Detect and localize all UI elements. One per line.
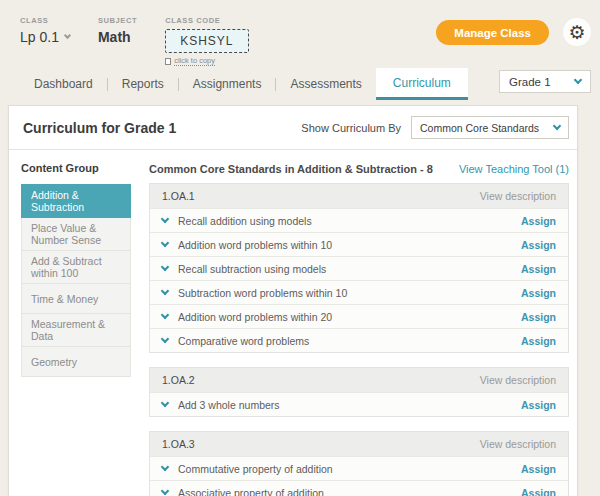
skill-label: Recall addition using models <box>178 215 521 227</box>
class-header: CLASS Lp 0.1 SUBJECT Math CLASS CODE KSH… <box>0 0 600 68</box>
copy-icon <box>165 58 171 65</box>
skill-label: Add 3 whole numbers <box>178 399 521 411</box>
sidebar-item-measurement-data[interactable]: Measurement & Data <box>21 314 131 347</box>
chevron-down-icon[interactable] <box>161 399 169 407</box>
standards-list: Common Core Standards in Addition & Subt… <box>149 150 569 496</box>
class-value: Lp 0.1 <box>20 29 59 45</box>
standard-section-header: 1.OA.3View description <box>150 432 568 456</box>
skill-label: Addition word problems within 20 <box>178 311 521 323</box>
assign-link[interactable]: Assign <box>521 215 556 227</box>
subject-value: Math <box>98 29 137 45</box>
show-curriculum-by: Show Curriculum By Common Core Standards <box>301 116 569 139</box>
standards-heading: Common Core Standards in Addition & Subt… <box>149 163 433 175</box>
sidebar-item-time-money[interactable]: Time & Money <box>21 284 131 314</box>
chevron-down-icon[interactable] <box>161 463 169 471</box>
standards-sections: 1.OA.1View descriptionRecall addition us… <box>149 183 569 496</box>
page-title: Curriculum for Grade 1 <box>23 120 176 136</box>
page: CLASS Lp 0.1 SUBJECT Math CLASS CODE KSH… <box>0 0 600 496</box>
standard-section-1-oa-3: 1.OA.3View descriptionCommutative proper… <box>149 431 569 496</box>
show-by-label: Show Curriculum By <box>301 122 401 134</box>
tab-reports[interactable]: Reports <box>108 68 178 100</box>
chevron-down-icon[interactable] <box>161 239 169 247</box>
chevron-down-icon <box>574 76 582 84</box>
standard-section-1-oa-1: 1.OA.1View descriptionRecall addition us… <box>149 183 569 353</box>
standard-section-header: 1.OA.1View description <box>150 184 568 208</box>
standard-section-header: 1.OA.2View description <box>150 368 568 392</box>
standards-header-row: Common Core Standards in Addition & Subt… <box>149 150 569 183</box>
skill-row: Add 3 whole numbersAssign <box>150 392 568 416</box>
view-description-link[interactable]: View description <box>480 374 556 386</box>
standard-code: 1.OA.2 <box>162 374 195 386</box>
skill-row: Recall addition using modelsAssign <box>150 208 568 232</box>
skill-row: Addition word problems within 10Assign <box>150 232 568 256</box>
tab-bar: DashboardReportsAssignmentsAssessmentsCu… <box>0 68 600 100</box>
tab-assignments[interactable]: Assignments <box>179 68 276 100</box>
content-group-sidebar: Content Group Addition & SubtractionPlac… <box>21 150 131 496</box>
view-description-link[interactable]: View description <box>480 190 556 202</box>
assign-link[interactable]: Assign <box>521 463 556 475</box>
standard-code: 1.OA.3 <box>162 438 195 450</box>
copy-hint-text: click to copy <box>174 56 215 66</box>
standard-section-1-oa-2: 1.OA.2View descriptionAdd 3 whole number… <box>149 367 569 417</box>
chevron-down-icon[interactable] <box>161 487 169 495</box>
skill-row: Associative property of additionAssign <box>150 480 568 496</box>
subject-label: SUBJECT <box>98 16 137 25</box>
chevron-down-icon[interactable] <box>161 215 169 223</box>
assign-link[interactable]: Assign <box>521 311 556 323</box>
tab-dashboard[interactable]: Dashboard <box>20 68 107 100</box>
panel-body: Content Group Addition & SubtractionPlac… <box>9 150 577 496</box>
grade-dropdown[interactable]: Grade 1 <box>499 70 591 93</box>
manage-class-button[interactable]: Manage Class <box>436 20 549 45</box>
chevron-down-icon[interactable] <box>161 335 169 343</box>
sidebar-item-place-value-number-sense[interactable]: Place Value & Number Sense <box>21 218 131 251</box>
assign-link[interactable]: Assign <box>521 399 556 411</box>
subject-info: SUBJECT Math <box>98 16 137 45</box>
chevron-down-icon <box>553 122 561 130</box>
chevron-down-icon <box>64 32 71 39</box>
skill-label: Subtraction word problems within 10 <box>178 287 521 299</box>
assign-link[interactable]: Assign <box>521 263 556 275</box>
assign-link[interactable]: Assign <box>521 487 556 496</box>
class-code-box[interactable]: KSHSYL <box>165 29 248 53</box>
click-to-copy[interactable]: click to copy <box>165 56 248 66</box>
gear-icon: ⚙ <box>568 23 585 42</box>
skill-label: Commutative property of addition <box>178 463 521 475</box>
assign-link[interactable]: Assign <box>521 239 556 251</box>
chevron-down-icon[interactable] <box>161 287 169 295</box>
view-teaching-tool-link[interactable]: View Teaching Tool (1) <box>459 163 569 175</box>
skill-row: Comparative word problemsAssign <box>150 328 568 352</box>
panel-header: Curriculum for Grade 1 Show Curriculum B… <box>9 106 577 150</box>
skill-label: Recall subtraction using models <box>178 263 521 275</box>
chevron-down-icon[interactable] <box>161 311 169 319</box>
standard-code: 1.OA.1 <box>162 190 195 202</box>
class-code-label: CLASS CODE <box>165 16 248 25</box>
tab-curriculum[interactable]: Curriculum <box>376 68 468 100</box>
assign-link[interactable]: Assign <box>521 287 556 299</box>
skill-label: Comparative word problems <box>178 335 521 347</box>
tab-assessments[interactable]: Assessments <box>276 68 375 100</box>
assign-link[interactable]: Assign <box>521 335 556 347</box>
sidebar-item-add-subtract-within-100[interactable]: Add & Subtract within 100 <box>21 251 131 284</box>
curriculum-standard-value: Common Core Standards <box>420 122 539 134</box>
curriculum-panel: Curriculum for Grade 1 Show Curriculum B… <box>8 105 578 496</box>
skill-row: Recall subtraction using modelsAssign <box>150 256 568 280</box>
content-group-list: Addition & SubtractionPlace Value & Numb… <box>21 184 131 377</box>
sidebar-item-geometry[interactable]: Geometry <box>21 347 131 377</box>
skill-row: Subtraction word problems within 10Assig… <box>150 280 568 304</box>
skill-row: Commutative property of additionAssign <box>150 456 568 480</box>
skill-label: Addition word problems within 10 <box>178 239 521 251</box>
class-label: CLASS <box>20 16 70 25</box>
view-description-link[interactable]: View description <box>480 438 556 450</box>
grade-dropdown-value: Grade 1 <box>509 76 551 88</box>
content-group-heading: Content Group <box>21 150 131 184</box>
class-selector[interactable]: CLASS Lp 0.1 <box>20 16 70 45</box>
settings-button[interactable]: ⚙ <box>563 18 591 46</box>
curriculum-standard-dropdown[interactable]: Common Core Standards <box>411 116 569 139</box>
skill-label: Associative property of addition <box>178 487 521 496</box>
class-code-info: CLASS CODE KSHSYL click to copy <box>165 16 248 66</box>
tabs-container: DashboardReportsAssignmentsAssessmentsCu… <box>20 68 468 100</box>
chevron-down-icon[interactable] <box>161 263 169 271</box>
sidebar-item-addition-subtraction[interactable]: Addition & Subtraction <box>21 184 131 218</box>
skill-row: Addition word problems within 20Assign <box>150 304 568 328</box>
